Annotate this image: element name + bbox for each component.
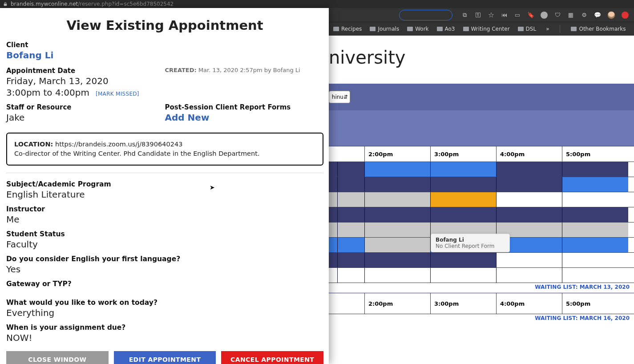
slot-cell[interactable] [338, 207, 365, 222]
created-value: Mar. 13, 2020 2:57pm by Bofang Li [198, 67, 300, 73]
slot-row [329, 177, 634, 192]
created-label: CREATED: [165, 67, 197, 73]
chevron-updown-icon: ⇵ [343, 94, 348, 100]
ext-ublock-icon[interactable]: 🛡 [554, 12, 561, 19]
prev-icon[interactable]: ⏮ [501, 12, 508, 19]
qa-question: Gateway or TYP? [6, 280, 323, 288]
ext-red-icon[interactable] [622, 12, 629, 19]
url-host: brandeis.mywconline.net [11, 1, 78, 7]
bookmark-journals[interactable]: Journals [370, 26, 399, 32]
slot-cell[interactable] [431, 253, 497, 267]
bookmark-work[interactable]: Work [407, 26, 428, 32]
bookmark-ao3[interactable]: Ao3 [437, 26, 455, 32]
edit-appointment-button[interactable]: EDIT APPOINTMENT [114, 351, 216, 364]
slot-cell[interactable] [365, 222, 431, 237]
slot-cell[interactable] [562, 162, 628, 177]
slot-cell[interactable] [497, 177, 562, 192]
bookmark-recipes[interactable]: Recipes [333, 26, 362, 32]
add-new-report-link[interactable]: Add New [165, 112, 324, 123]
folder-icon [437, 27, 443, 31]
address-bar[interactable]: brandeis.mywconline.net/reserve.php?id=s… [0, 0, 634, 8]
slot-cell[interactable] [365, 238, 431, 252]
slot-row [329, 268, 634, 283]
client-name-link[interactable]: Bofang Li [6, 50, 323, 61]
slot-cell[interactable] [329, 238, 338, 252]
slot-cell[interactable] [338, 268, 365, 283]
slot-cell[interactable] [338, 162, 365, 177]
qa-question: Instructor [6, 205, 323, 213]
slot-cell[interactable] [338, 192, 365, 207]
slot-cell[interactable] [365, 192, 431, 207]
slot-cell[interactable] [329, 253, 338, 267]
slot-cell[interactable] [365, 268, 431, 283]
bookmark-other[interactable]: Other Bookmarks [571, 26, 626, 32]
ext-grey-icon[interactable] [541, 12, 548, 19]
slot-cell[interactable] [329, 268, 338, 283]
slot-cell[interactable] [497, 162, 562, 177]
ext-onetab-icon[interactable]: 🔖 [527, 12, 534, 19]
slot-cell[interactable] [431, 162, 497, 177]
slot-cell[interactable] [329, 177, 338, 192]
mark-missed-link[interactable]: [MARK MISSED] [96, 91, 139, 97]
bookmark-dsl[interactable]: DSL [518, 26, 537, 32]
appointment-tooltip: Bofang Li No Client Report Form [431, 234, 510, 252]
key-icon[interactable]: ⚿ [475, 12, 482, 19]
date-band [329, 110, 634, 146]
slot-cell[interactable] [338, 177, 365, 192]
slot-cell[interactable] [431, 207, 497, 222]
slot-cell[interactable] [329, 162, 338, 177]
slot-cell[interactable] [329, 207, 338, 222]
star-icon[interactable]: ☆ [488, 11, 494, 19]
slot-cell[interactable] [365, 162, 431, 177]
slot-cell[interactable] [562, 192, 628, 207]
waiting-list-link[interactable]: WAITING LIST: MARCH 16, 2020 [329, 314, 634, 324]
page-icon[interactable]: ▭ [514, 12, 521, 19]
slot-cell[interactable] [562, 253, 628, 267]
staff-value: Jake [6, 112, 165, 123]
slot-cell[interactable] [562, 222, 628, 237]
slot-cell[interactable] [497, 192, 562, 207]
slot-cell[interactable] [562, 177, 628, 192]
slot-cell[interactable] [431, 268, 497, 283]
slot-cell[interactable] [338, 238, 365, 252]
slot-cell[interactable] [562, 207, 628, 222]
cancel-appointment-button[interactable]: CANCEL APPOINTMENT [221, 351, 323, 364]
slot-cell[interactable] [329, 222, 338, 237]
folder-icon [571, 27, 577, 31]
slot-cell[interactable] [329, 192, 338, 207]
slot-cell[interactable] [497, 253, 562, 267]
cast-icon[interactable]: ⧉ [461, 12, 468, 19]
slot-cell[interactable] [365, 207, 431, 222]
slot-cell[interactable] [365, 177, 431, 192]
ext-chat-icon[interactable]: 💬 [594, 12, 601, 19]
slot-cell[interactable] [497, 207, 562, 222]
location-label: LOCATION: [14, 141, 53, 148]
time-header: 3:00pm [431, 146, 497, 162]
slot-cell[interactable] [338, 253, 365, 267]
slot-cell[interactable] [497, 268, 562, 283]
slot-cell[interactable] [431, 177, 497, 192]
ext-settings-icon[interactable]: ⚙ [581, 12, 588, 19]
slot-cell[interactable] [431, 192, 497, 207]
time-header: 5:00pm [562, 146, 628, 162]
interval-select[interactable]: hinu⇵ [329, 91, 350, 103]
close-window-button[interactable]: CLOSE WINDOW [6, 351, 109, 364]
bookmark-overflow[interactable]: » [546, 26, 549, 32]
slot-cell[interactable] [365, 253, 431, 267]
qa-answer: Everything [6, 307, 323, 318]
bookmark-writing-center[interactable]: Writing Center [463, 26, 510, 32]
time-value: 3:00pm to 4:00pm [6, 87, 89, 98]
time-header-blank [329, 146, 365, 162]
staff-label: Staff or Resource [6, 103, 165, 111]
ext-grid-icon[interactable]: ▦ [567, 12, 574, 19]
slot-cell[interactable] [562, 268, 628, 283]
bookmark-label: Writing Center [471, 26, 510, 32]
waiting-list-link[interactable]: WAITING LIST: MARCH 13, 2020 [329, 283, 634, 293]
modal-buttons: CLOSE WINDOW EDIT APPOINTMENT CANCEL APP… [6, 351, 323, 364]
profile-avatar[interactable] [607, 11, 615, 19]
slot-cell[interactable] [562, 238, 628, 252]
time-header: 5:00pm [562, 293, 628, 314]
divider [560, 25, 560, 33]
modal-title: View Existing Appointment [6, 18, 323, 33]
slot-cell[interactable] [338, 222, 365, 237]
